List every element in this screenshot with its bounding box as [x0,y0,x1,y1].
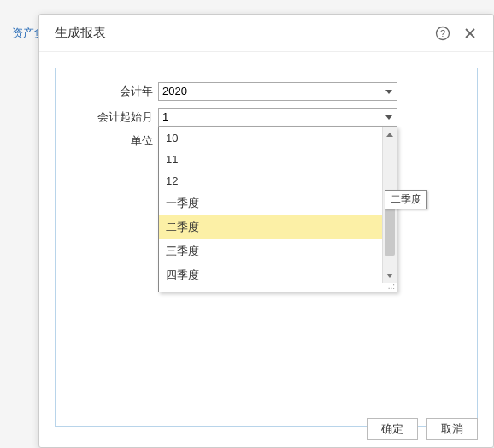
dropdown-scroll[interactable]: 101112一季度二季度三季度四季度 [159,127,397,283]
select-year-wrap: 2020 [158,82,397,101]
tooltip: 二季度 [385,190,427,209]
label-startmonth: 会计起始月 [73,109,158,125]
dropdown-item[interactable]: 10 [159,127,397,149]
row-startmonth: 会计起始月 1 101112一季度二季度三季度四季度 ..: [73,108,460,127]
modal-footer: 确定 取消 [367,418,478,440]
dropdown-item[interactable]: 二季度 [159,215,397,239]
help-icon[interactable]: ? [435,26,450,41]
scroll-thumb[interactable] [385,204,395,256]
select-year[interactable]: 2020 [158,82,397,101]
dropdown-list: 101112一季度二季度三季度四季度 ..: [158,127,397,292]
form-panel: 会计年 2020 会计起始月 1 101112一季度二季度三季度四季度 [55,68,478,427]
modal-body: 会计年 2020 会计起始月 1 101112一季度二季度三季度四季度 [39,52,493,442]
dropdown-item[interactable]: 四季度 [159,263,397,283]
select-startmonth-wrap: 1 101112一季度二季度三季度四季度 ..: [158,108,397,127]
modal-actions: ? [435,26,478,41]
dropdown-item[interactable]: 11 [159,149,397,170]
modal-dialog: 生成报表 ? 会计年 2020 会计起始月 1 [38,14,494,448]
label-unit: 单位 [73,133,158,149]
row-year: 会计年 2020 [73,82,460,101]
dropdown-item[interactable]: 12 [159,170,397,192]
dropdown-item[interactable]: 一季度 [159,192,397,215]
dropdown-item[interactable]: 三季度 [159,239,397,263]
close-icon[interactable] [462,26,478,41]
modal-header: 生成报表 ? [39,15,493,52]
resize-handle[interactable]: ..: [159,283,397,292]
scroll-down-icon[interactable] [383,268,397,283]
modal-title: 生成报表 [55,25,106,41]
label-year: 会计年 [73,84,158,99]
ok-button[interactable]: 确定 [367,418,418,440]
scroll-up-icon[interactable] [383,127,397,142]
cancel-button[interactable]: 取消 [426,418,478,440]
select-startmonth[interactable]: 1 [158,108,397,127]
svg-text:?: ? [440,28,445,38]
